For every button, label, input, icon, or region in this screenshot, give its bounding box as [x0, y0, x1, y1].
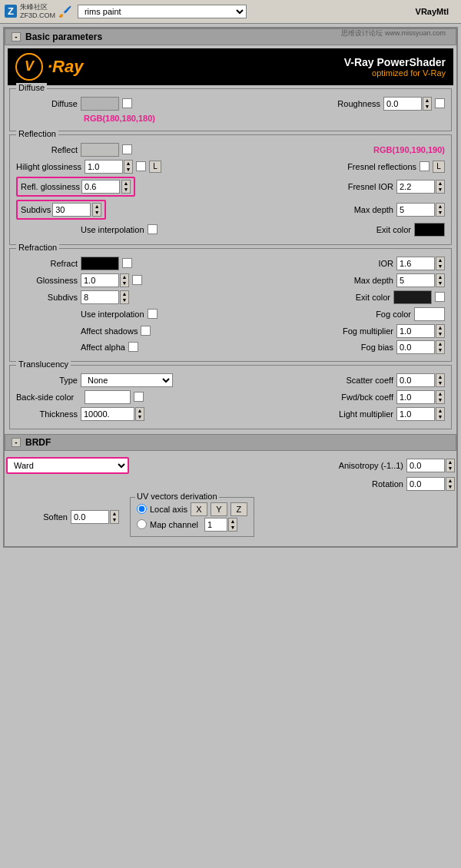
fresnel-ior-down[interactable]: ▼	[436, 187, 444, 193]
gloss-input[interactable]	[81, 273, 119, 287]
anisotropy-up[interactable]: ▲	[446, 459, 454, 465]
max-depth-down[interactable]: ▼	[436, 210, 444, 216]
anisotropy-down[interactable]: ▼	[446, 465, 454, 472]
scatter-spinner[interactable]: ▲ ▼	[436, 373, 445, 387]
refr-max-depth-spinner[interactable]: ▲ ▼	[436, 273, 445, 287]
fwdbck-down[interactable]: ▼	[436, 397, 444, 403]
refract-checkbox[interactable]	[122, 258, 132, 268]
soften-spinner[interactable]: ▲ ▼	[110, 510, 119, 524]
fwdbck-input[interactable]	[396, 390, 435, 404]
reflect-color-swatch[interactable]	[81, 143, 119, 157]
x-axis-button[interactable]: X	[191, 502, 207, 516]
y-axis-button[interactable]: Y	[211, 502, 227, 516]
map-channel-up[interactable]: ▲	[229, 518, 237, 525]
roughness-input[interactable]: 0.0	[383, 97, 422, 111]
gloss-down[interactable]: ▼	[121, 280, 128, 287]
subdiv-up[interactable]: ▲	[93, 204, 101, 210]
collapse-brdf-icon[interactable]: -	[12, 438, 21, 447]
affect-alpha-checkbox[interactable]	[128, 342, 138, 352]
thickness-input[interactable]	[81, 407, 134, 421]
ior-spinner[interactable]: ▲ ▼	[436, 257, 445, 270]
subdiv-down[interactable]: ▼	[93, 210, 101, 216]
refr-exit-checkbox[interactable]	[435, 292, 445, 302]
max-depth-input[interactable]	[396, 203, 435, 217]
soften-up[interactable]: ▲	[111, 511, 118, 517]
thickness-spinner[interactable]: ▲ ▼	[135, 407, 144, 421]
refr-subdiv-spinner[interactable]: ▲ ▼	[120, 290, 129, 304]
refr-max-depth-up[interactable]: ▲	[436, 274, 444, 280]
max-depth-up[interactable]: ▲	[436, 204, 444, 210]
roughness-down[interactable]: ▼	[423, 104, 431, 110]
light-mult-spinner[interactable]: ▲ ▼	[436, 407, 445, 421]
refract-swatch[interactable]	[81, 257, 119, 270]
refl-gloss-input[interactable]	[81, 180, 120, 194]
soften-input[interactable]	[71, 510, 109, 524]
brdf-header[interactable]: - BRDF	[5, 434, 456, 451]
roughness-checkbox[interactable]	[435, 98, 445, 108]
map-channel-input[interactable]	[204, 518, 227, 532]
fog-color-swatch[interactable]	[414, 307, 445, 321]
scatter-input[interactable]	[396, 373, 435, 387]
fog-bias-up[interactable]: ▲	[436, 341, 444, 347]
local-axis-radio[interactable]	[137, 504, 147, 514]
hilight-up[interactable]: ▲	[124, 161, 132, 167]
brdf-type-dropdown[interactable]: Ward	[6, 457, 129, 474]
refl-gloss-up[interactable]: ▲	[122, 181, 130, 187]
fog-mult-spinner[interactable]: ▲ ▼	[436, 324, 445, 338]
subdiv-input[interactable]	[52, 203, 91, 217]
fog-bias-input[interactable]	[396, 340, 435, 354]
l-button[interactable]: L	[149, 161, 161, 173]
fog-bias-spinner[interactable]: ▲ ▼	[436, 340, 445, 354]
soften-down[interactable]: ▼	[111, 517, 118, 523]
rotation-input[interactable]	[406, 477, 445, 491]
type-dropdown[interactable]: None	[81, 373, 173, 387]
scatter-down[interactable]: ▼	[436, 380, 444, 386]
fresnel-ior-input[interactable]	[396, 180, 435, 194]
material-name-dropdown[interactable]: rims paint	[78, 5, 247, 18]
scatter-up[interactable]: ▲	[436, 374, 444, 380]
fresnel-ior-spinner[interactable]: ▲ ▼	[436, 180, 445, 194]
fresnel-ior-up[interactable]: ▲	[436, 181, 444, 187]
anisotropy-spinner[interactable]: ▲ ▼	[446, 459, 455, 472]
refr-subdiv-up[interactable]: ▲	[121, 291, 128, 297]
refr-subdiv-down[interactable]: ▼	[121, 297, 128, 303]
diffuse-checkbox[interactable]	[122, 98, 132, 108]
hilight-down[interactable]: ▼	[124, 167, 132, 173]
refr-max-depth-down[interactable]: ▼	[436, 280, 444, 287]
subdiv-spinner[interactable]: ▲ ▼	[92, 203, 101, 217]
refr-subdiv-input[interactable]	[81, 290, 119, 304]
fog-mult-up[interactable]: ▲	[436, 325, 444, 331]
reflect-checkbox[interactable]	[122, 144, 132, 154]
refl-gloss-spinner[interactable]: ▲ ▼	[121, 180, 131, 194]
anisotropy-input[interactable]	[406, 459, 445, 472]
hilight-input[interactable]	[85, 160, 123, 174]
exit-color-swatch[interactable]	[414, 223, 445, 237]
rotation-up[interactable]: ▲	[446, 478, 454, 484]
hilight-spinner[interactable]: ▲ ▼	[124, 160, 133, 174]
thickness-down[interactable]: ▼	[136, 414, 144, 420]
gloss-spinner[interactable]: ▲ ▼	[120, 273, 129, 287]
map-channel-spinner[interactable]: ▲ ▼	[228, 518, 237, 532]
fog-mult-input[interactable]	[396, 324, 435, 338]
light-mult-input[interactable]	[396, 407, 435, 421]
backside-checkbox[interactable]	[134, 392, 144, 402]
affect-shadows-checkbox[interactable]	[141, 326, 151, 336]
rotation-down[interactable]: ▼	[446, 484, 454, 490]
fog-mult-down[interactable]: ▼	[436, 331, 444, 337]
gloss-up[interactable]: ▲	[121, 274, 128, 280]
fwdbck-spinner[interactable]: ▲ ▼	[436, 390, 445, 404]
map-channel-radio[interactable]	[137, 519, 147, 529]
roughness-up[interactable]: ▲	[423, 98, 431, 104]
thickness-up[interactable]: ▲	[136, 408, 144, 414]
diffuse-color-swatch[interactable]	[81, 97, 119, 111]
refl-gloss-down[interactable]: ▼	[122, 187, 130, 193]
ior-down[interactable]: ▼	[436, 263, 444, 270]
refr-exit-swatch[interactable]	[393, 290, 432, 304]
refr-max-depth-input[interactable]	[396, 273, 435, 287]
backside-swatch[interactable]	[85, 390, 131, 404]
light-mult-up[interactable]: ▲	[436, 408, 444, 414]
max-depth-spinner[interactable]: ▲ ▼	[436, 203, 445, 217]
refr-use-interp-checkbox[interactable]	[148, 309, 158, 319]
light-mult-down[interactable]: ▼	[436, 414, 444, 420]
fwdbck-up[interactable]: ▲	[436, 391, 444, 397]
